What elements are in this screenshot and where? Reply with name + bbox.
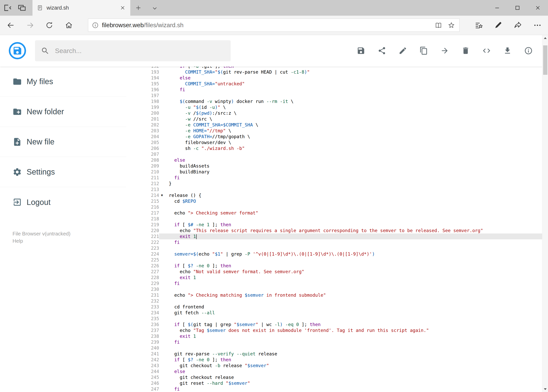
- code-line-text[interactable]: -v /$(pwd):/src:z \: [159, 110, 542, 116]
- code-line-text[interactable]: [159, 151, 542, 157]
- code-line-198[interactable]: 198 $(command -v winpty) docker run --rm…: [126, 98, 542, 104]
- code-line-229[interactable]: 229 fi: [126, 280, 542, 286]
- code-line-text[interactable]: fi: [159, 87, 542, 93]
- code-line-218[interactable]: 218: [126, 216, 542, 222]
- code-line-text[interactable]: [159, 298, 542, 304]
- code-line-216[interactable]: 216: [126, 204, 542, 210]
- code-line-text[interactable]: exit 1: [159, 275, 542, 280]
- code-line-text[interactable]: fi: [159, 280, 542, 286]
- code-line-text[interactable]: echo "Tag $semver does not exist in subm…: [159, 327, 542, 333]
- code-line-text[interactable]: echo "> Checking semver format": [159, 210, 542, 216]
- code-line-223[interactable]: 223: [126, 245, 542, 251]
- code-line-text[interactable]: else: [159, 157, 542, 163]
- code-line-215[interactable]: 215 cd $REPO: [126, 198, 542, 204]
- edit-button[interactable]: [399, 46, 407, 55]
- code-line-230[interactable]: 230: [126, 286, 542, 292]
- code-line-239[interactable]: 239 fi: [126, 339, 542, 345]
- code-line-text[interactable]: cd frontend: [159, 304, 542, 310]
- code-line-209[interactable]: 209 buildAssets: [126, 163, 542, 169]
- code-line-text[interactable]: fi: [159, 239, 542, 245]
- code-line-text[interactable]: semver=$(echo "$1" | grep -P '^v(0|[1-9]…: [159, 251, 542, 257]
- code-line-207[interactable]: 207: [126, 151, 542, 157]
- code-line-text[interactable]: sh -c "./wizard.sh -b": [159, 145, 542, 151]
- reading-view-icon[interactable]: [435, 21, 442, 29]
- code-line-204[interactable]: 204 -e GOPATH=//tmp/gopath \: [126, 134, 542, 140]
- raw-button[interactable]: [482, 46, 491, 55]
- code-line-221[interactable]: 221 exit 1: [126, 233, 542, 239]
- code-line-text[interactable]: exit 1: [159, 333, 542, 339]
- home-icon[interactable]: [65, 21, 73, 29]
- code-line-244[interactable]: 244 else: [126, 369, 542, 374]
- code-line-240[interactable]: 240: [126, 345, 542, 351]
- code-line-220[interactable]: 220 echo "This release script requires a…: [126, 228, 542, 233]
- share-button[interactable]: [378, 46, 386, 55]
- new-tab-button[interactable]: [135, 5, 142, 11]
- code-line-203[interactable]: 203 -e HOME="//tmp" \: [126, 128, 542, 134]
- filebrowser-logo[interactable]: [8, 41, 27, 60]
- fold-arrow-icon[interactable]: ▾: [161, 192, 163, 198]
- code-line-text[interactable]: $(command -v winpty) docker run --rm -it…: [159, 98, 542, 104]
- code-line-text[interactable]: buildAssets: [159, 163, 542, 169]
- code-line-225[interactable]: 225: [126, 257, 542, 263]
- forward-icon[interactable]: [26, 21, 35, 29]
- code-line-195[interactable]: 195 COMMIT_SHA="untracked": [126, 81, 542, 87]
- code-line-217[interactable]: 217 echo "> Checking semver format": [126, 210, 542, 216]
- code-line-224[interactable]: 224 semver=$(echo "$1" | grep -P '^v(0|[…: [126, 251, 542, 257]
- code-line-text[interactable]: [159, 204, 542, 210]
- code-line-text[interactable]: -e COMMIT_SHA=$COMMIT_SHA \: [159, 122, 542, 128]
- code-line-235[interactable]: 235: [126, 316, 542, 322]
- code-line-227[interactable]: 227 echo "Not valid semver format. See s…: [126, 269, 542, 275]
- code-line-text[interactable]: if [ $(git tag | grep "$semver" | wc -l)…: [159, 322, 542, 327]
- help-link[interactable]: Help: [13, 237, 126, 245]
- sidebar-item-settings[interactable]: Settings: [0, 157, 126, 187]
- code-line-226[interactable]: 226 if [ $? -ne 0 ]; then: [126, 263, 542, 269]
- code-line-text[interactable]: -e HOME="//tmp" \: [159, 128, 542, 134]
- address-bar[interactable]: filebrowser.web/files/wizard.sh: [88, 19, 460, 32]
- code-line-text[interactable]: exit 1: [159, 233, 542, 239]
- page-scrollbar[interactable]: [542, 35, 548, 392]
- close-button[interactable]: [528, 0, 548, 16]
- code-line-212[interactable]: 212}: [126, 181, 542, 187]
- code-editor[interactable]: 192 if [ -d .git ]; then193 COMMIT_SHA="…: [126, 63, 542, 392]
- code-line-243[interactable]: 243 git checkout -b release "$semver": [126, 363, 542, 369]
- code-line-text[interactable]: fi: [159, 386, 542, 392]
- set-tabs-aside-icon[interactable]: [3, 3, 13, 13]
- code-line-208[interactable]: 208 else: [126, 157, 542, 163]
- code-line-210[interactable]: 210 buildBinary: [126, 169, 542, 175]
- code-line-text[interactable]: filebrowser/dev \: [159, 140, 542, 145]
- refresh-icon[interactable]: [45, 21, 53, 29]
- more-options-icon[interactable]: [533, 21, 542, 29]
- hub-icon[interactable]: [474, 21, 483, 29]
- code-line-211[interactable]: 211 fi: [126, 175, 542, 181]
- code-line-text[interactable]: COMMIT_SHA="untracked": [159, 81, 542, 87]
- code-line-232[interactable]: 232: [126, 298, 542, 304]
- sidebar-item-logout[interactable]: Logout: [0, 187, 126, 217]
- code-line-214[interactable]: 214▾release () {: [126, 192, 542, 198]
- code-line-text[interactable]: echo "Not valid semver format. See semve…: [159, 269, 542, 275]
- code-line-text[interactable]: [159, 345, 542, 351]
- scroll-down-icon[interactable]: [542, 386, 548, 392]
- code-line-206[interactable]: 206 sh -c "./wizard.sh -b": [126, 145, 542, 151]
- code-line-246[interactable]: 246 git reset --hard "$semver": [126, 380, 542, 386]
- browser-tab[interactable]: wizard.sh: [33, 0, 130, 16]
- tab-list-chevron-icon[interactable]: [152, 5, 158, 12]
- code-line-text[interactable]: git reset --hard "$semver": [159, 380, 542, 386]
- code-line-text[interactable]: else: [159, 369, 542, 374]
- share-page-icon[interactable]: [513, 21, 522, 29]
- code-line-text[interactable]: [159, 316, 542, 322]
- code-line-text[interactable]: -w //src \: [159, 116, 542, 122]
- code-line-213[interactable]: 213: [126, 187, 542, 192]
- code-line-241[interactable]: 241 git rev-parse --verify --quiet relea…: [126, 351, 542, 357]
- code-line-text[interactable]: git checkout release: [159, 374, 542, 380]
- code-line-205[interactable]: 205 filebrowser/dev \: [126, 140, 542, 145]
- code-line-text[interactable]: if [ $? -ne 0 ]; then: [159, 357, 542, 363]
- code-line-text[interactable]: git rev-parse --verify --quiet release: [159, 351, 542, 357]
- code-line-text[interactable]: [159, 257, 542, 263]
- tab-preview-icon[interactable]: [17, 3, 27, 13]
- code-line-text[interactable]: echo "> Checking matching $semver in fro…: [159, 292, 542, 298]
- favorite-star-icon[interactable]: [448, 21, 455, 29]
- back-icon[interactable]: [7, 21, 15, 29]
- delete-button[interactable]: [461, 46, 470, 55]
- code-line-text[interactable]: }: [159, 181, 542, 187]
- code-line-237[interactable]: 237 echo "Tag $semver does not exist in …: [126, 327, 542, 333]
